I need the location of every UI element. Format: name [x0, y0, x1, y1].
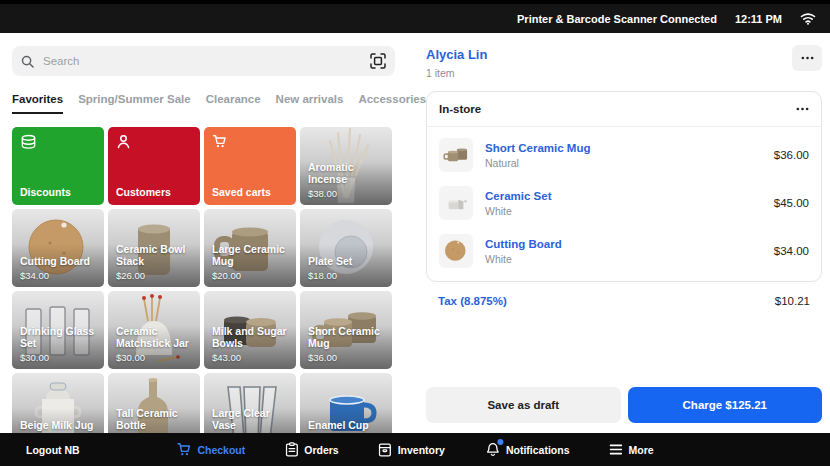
save-as-draft-button[interactable]: Save as draft	[426, 387, 621, 423]
tile-label: Short Ceramic Mug	[308, 325, 387, 350]
ellipsis-icon	[796, 107, 809, 111]
orders-icon	[285, 442, 298, 457]
nav-checkout[interactable]: Checkout	[170, 441, 251, 458]
tile-label: Beige Milk Jug	[20, 419, 99, 432]
tile-aromatic-incense[interactable]: Aromatic Incense$38.00	[300, 127, 392, 205]
saved-carts-icon	[212, 134, 227, 149]
tile-label: Enamel Cup	[308, 419, 387, 432]
wifi-icon	[800, 12, 816, 25]
tile-label: Cutting Board	[20, 255, 99, 268]
cart-item-name[interactable]: Short Ceramic Mug	[485, 142, 762, 154]
nav-label: Checkout	[197, 444, 245, 456]
tile-tall-ceramic-bottle[interactable]: Tall Ceramic Bottle$15.00	[108, 373, 200, 433]
tile-enamel-cup[interactable]: Enamel Cup$10.00	[300, 373, 392, 433]
tile-plate-set[interactable]: Plate Set$18.00	[300, 209, 392, 287]
cart-panel: Alycia Lin 1 item In-store Short Ceramic…	[412, 33, 830, 433]
tile-price: $20.00	[212, 270, 291, 281]
cart-item-cutting-board[interactable]: Cutting BoardWhite$34.00	[427, 227, 821, 275]
tile-price: $43.00	[212, 352, 291, 363]
cart-item-price: $45.00	[774, 197, 809, 209]
tile-price: $30.00	[20, 352, 99, 363]
cart-icon	[176, 442, 191, 457]
tile-beige-milk-jug[interactable]: Beige Milk Jug$46.00	[12, 373, 104, 433]
tile-price: $36.00	[308, 352, 387, 363]
fulfillment-card-header: In-store	[427, 92, 821, 127]
tile-drinking-glass-set[interactable]: Drinking Glass Set$30.00	[12, 291, 104, 369]
cart-item-name[interactable]: Cutting Board	[485, 238, 762, 250]
nav-label: Orders	[304, 444, 338, 456]
tile-price: $30.00	[116, 352, 195, 363]
cart-actions: Save as draft Charge $125.21	[426, 387, 822, 423]
fulfillment-menu-button[interactable]	[796, 107, 809, 111]
cart-item-ceramic-set[interactable]: Ceramic SetWhite$45.00	[427, 179, 821, 227]
tab-new-arrivals[interactable]: New arrivals	[276, 93, 344, 114]
cart-item-price: $36.00	[774, 149, 809, 161]
charge-button[interactable]: Charge $125.21	[628, 387, 823, 423]
inventory-icon	[379, 442, 392, 457]
cart-header: Alycia Lin 1 item	[426, 45, 822, 79]
tile-label: Ceramic Matchstick Jar	[116, 325, 195, 350]
nav-label: Notifications	[506, 444, 570, 456]
tile-cutting-board[interactable]: Cutting Board$34.00	[12, 209, 104, 287]
tile-saved-carts[interactable]: Saved carts	[204, 127, 296, 205]
tab-clearance[interactable]: Clearance	[206, 93, 261, 114]
tile-label: Milk and Sugar Bowls	[212, 325, 291, 350]
tile-label: Ceramic Bowl Stack	[116, 243, 195, 268]
tile-price: $38.00	[308, 188, 387, 199]
tile-short-ceramic-mug[interactable]: Short Ceramic Mug$36.00	[300, 291, 392, 369]
search-icon	[21, 55, 34, 68]
search-input[interactable]	[41, 54, 363, 68]
cart-item-price: $34.00	[774, 245, 809, 257]
main-area: FavoritesSpring/Summer SaleClearanceNew …	[0, 33, 830, 433]
cart-item-count: 1 item	[426, 67, 487, 79]
short-ceramic-mug-thumbnail	[439, 138, 473, 172]
product-panel: FavoritesSpring/Summer SaleClearanceNew …	[0, 33, 412, 433]
tab-spring-summer-sale[interactable]: Spring/Summer Sale	[78, 93, 190, 114]
tile-label: Large Ceramic Mug	[212, 243, 291, 268]
tile-large-clear-vase[interactable]: Large Clear Vase$50.00	[204, 373, 296, 433]
tile-label: Customers	[116, 186, 171, 198]
pos-app: Printer & Barcode Scanner Connected 12:1…	[0, 0, 830, 466]
nav-orders[interactable]: Orders	[279, 441, 344, 458]
cart-item-name[interactable]: Ceramic Set	[485, 190, 762, 202]
tile-grid: DiscountsCustomersSaved cartsAromatic In…	[12, 127, 412, 433]
cart-item-list: Short Ceramic MugNatural$36.00Ceramic Se…	[427, 127, 821, 281]
tile-price: $26.00	[116, 270, 195, 281]
nav-label: Inventory	[398, 444, 445, 456]
tax-row[interactable]: Tax (8.875%) $10.21	[426, 282, 822, 307]
nav-inventory[interactable]: Inventory	[373, 441, 451, 458]
tile-ceramic-matchstick-jar[interactable]: Ceramic Matchstick Jar$30.00	[108, 291, 200, 369]
tile-customers[interactable]: Customers	[108, 127, 200, 205]
fulfillment-card: In-store Short Ceramic MugNatural$36.00C…	[426, 91, 822, 282]
discounts-icon	[20, 134, 37, 150]
tab-favorites[interactable]: Favorites	[12, 93, 63, 114]
cart-item-variant: White	[485, 205, 762, 217]
bottom-nav: CheckoutOrdersInventoryNotificationsMore	[170, 441, 659, 458]
nav-more[interactable]: More	[604, 443, 660, 457]
cart-menu-button[interactable]	[792, 45, 822, 71]
customers-icon	[116, 134, 131, 149]
tile-milk-and-sugar-bowls[interactable]: Milk and Sugar Bowls$43.00	[204, 291, 296, 369]
tax-label: Tax (8.875%)	[438, 295, 507, 307]
bottom-nav-bar: Logout NB CheckoutOrdersInventoryNotific…	[0, 433, 830, 466]
nav-label: More	[629, 444, 654, 456]
more-icon	[610, 444, 623, 455]
cutting-board-thumbnail	[439, 234, 473, 268]
tile-large-ceramic-mug[interactable]: Large Ceramic Mug$20.00	[204, 209, 296, 287]
nav-notifications[interactable]: Notifications	[479, 441, 576, 458]
tile-discounts[interactable]: Discounts	[12, 127, 104, 205]
tax-amount: $10.21	[775, 295, 810, 307]
cart-item-short-ceramic-mug[interactable]: Short Ceramic MugNatural$36.00	[427, 131, 821, 179]
logout-button[interactable]: Logout NB	[20, 443, 86, 457]
tile-label: Plate Set	[308, 255, 387, 268]
barcode-scan-button[interactable]	[370, 53, 386, 69]
connection-status: Printer & Barcode Scanner Connected	[517, 13, 717, 25]
notification-badge	[497, 439, 503, 445]
search-bar[interactable]	[12, 46, 395, 76]
tile-ceramic-bowl-stack[interactable]: Ceramic Bowl Stack$26.00	[108, 209, 200, 287]
tile-label: Discounts	[20, 186, 71, 198]
tile-price: $18.00	[308, 270, 387, 281]
cart-item-variant: White	[485, 253, 762, 265]
customer-name-link[interactable]: Alycia Lin	[426, 47, 487, 62]
tile-label: Large Clear Vase	[212, 407, 291, 432]
